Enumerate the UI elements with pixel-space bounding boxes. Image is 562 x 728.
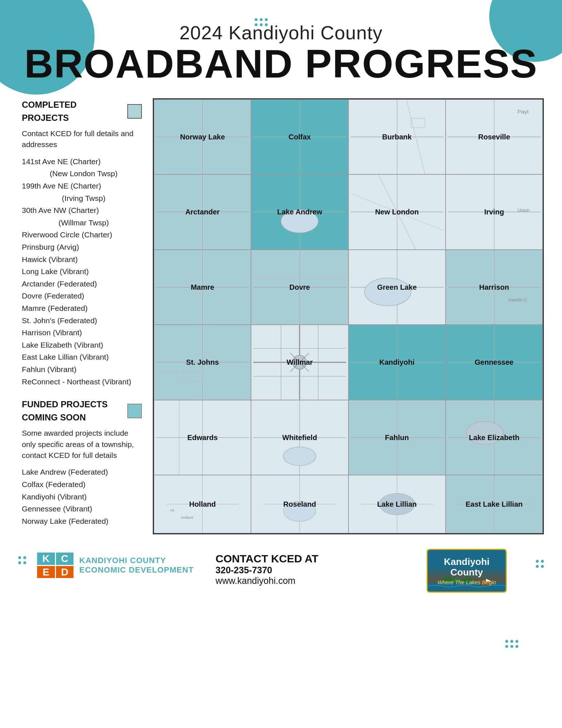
- list-item: (New London Twsp): [25, 167, 142, 180]
- funded-projects-list: Lake Andrew (Federated) Colfax (Federate…: [22, 466, 142, 527]
- contact-website: www.kandiyohi.com: [216, 575, 319, 586]
- kced-org-sub: ECONOMIC DEVELOPMENT: [79, 565, 194, 575]
- list-item: Mamre (Federated): [22, 302, 142, 314]
- kced-text: KANDIYOHI COUNTY ECONOMIC DEVELOPMENT: [79, 556, 194, 575]
- dots-contact-right: [536, 549, 544, 568]
- list-item: Gennessee (Vibrant): [22, 503, 142, 515]
- contact-info: CONTACT KCED AT 320-235-7370 www.kandiyo…: [216, 553, 319, 586]
- list-item: Fahlun (Vibrant): [22, 363, 142, 376]
- list-item: Harrison (Vibrant): [22, 327, 142, 339]
- list-item: Colfax (Federated): [22, 478, 142, 491]
- list-item: Dovre (Federated): [22, 290, 142, 302]
- county-logo-line2: County: [438, 567, 496, 578]
- county-logo-area: Kandiyohi County Where The Lakes Begin: [427, 549, 507, 593]
- list-item: East Lake Lillian (Vibrant): [22, 351, 142, 363]
- completed-legend-box: [127, 104, 142, 119]
- page-header: 2024 Kandiyohi County BROADBAND PROGRESS: [0, 0, 562, 87]
- svg-text:Holland: Holland: [181, 515, 193, 519]
- funded-projects-note: Some awarded projects include only speci…: [22, 428, 142, 461]
- kced-logo: K C E D: [37, 553, 73, 578]
- list-item: Long Lake (Vibrant): [22, 265, 142, 278]
- list-item: ReConnect - Northeast (Vibrant): [22, 376, 142, 388]
- kced-logo-area: K C E D KANDIYOHI COUNTY ECONOMIC DEVELO…: [37, 553, 194, 578]
- svg-rect-7: [411, 118, 425, 128]
- svg-point-56: [283, 447, 316, 466]
- svg-point-30: [364, 278, 411, 306]
- map-grid: Norway Lake Colfax Burbank Pay: [154, 99, 543, 533]
- list-item: Lake Elizabeth (Vibrant): [22, 339, 142, 351]
- map-cell-kandiyohi: Kandiyohi: [348, 325, 446, 400]
- completed-projects-note: Contact KCED for full details and addres…: [22, 128, 142, 150]
- list-item: (Irving Twsp): [25, 192, 142, 205]
- sidebar: COMPLETED PROJECTS Contact KCED for full…: [22, 98, 142, 534]
- map-cell-colfax: Colfax: [251, 99, 348, 174]
- list-item: Prinsburg (Arvig): [22, 241, 142, 253]
- map-cell-norway-lake: Norway Lake: [154, 99, 251, 174]
- kced-k: K: [37, 553, 55, 565]
- map-cell-fahlun: Fahlun: [348, 400, 446, 475]
- list-item: Norway Lake (Federated): [22, 515, 142, 527]
- list-item: Kandiyohi (Vibrant): [22, 491, 142, 503]
- funded-section-header: FUNDED PROJECTS COMING SOON: [22, 398, 142, 424]
- svg-text:Union: Union: [517, 208, 529, 213]
- map-cell-st-johns: St. Johns: [154, 325, 251, 400]
- list-item: 30th Ave NW (Charter): [22, 204, 142, 217]
- funded-legend-box: [127, 404, 142, 418]
- map-cell-green-lake: Green Lake: [348, 250, 446, 325]
- main-content: COMPLETED PROJECTS Contact KCED for full…: [0, 87, 562, 545]
- kced-org-name: KANDIYOHI COUNTY: [79, 556, 194, 565]
- list-item: Riverwood Circle (Charter): [22, 229, 142, 241]
- map-cell-holland: nd Holland Holland: [154, 475, 251, 533]
- map-cell-new-london: New London: [348, 174, 446, 249]
- dots-contact-left: [18, 549, 26, 564]
- county-logo-name: Kandiyohi: [438, 557, 496, 567]
- kced-d: D: [56, 566, 74, 578]
- list-item: Hawick (Vibrant): [22, 253, 142, 266]
- completed-projects-list: 141st Ave NE (Charter) (New London Twsp)…: [22, 155, 142, 388]
- map-cell-gennessee: Gennessee: [446, 325, 543, 400]
- map-cell-willmar: Willmar: [251, 325, 348, 400]
- bottom-section: K C E D KANDIYOHI COUNTY ECONOMIC DEVELO…: [0, 545, 562, 600]
- map-cell-roseville: Payt Roseville: [446, 99, 543, 174]
- dots-bottom-right: [505, 640, 518, 648]
- completed-projects-title: COMPLETED PROJECTS: [22, 98, 123, 124]
- county-logo: Kandiyohi County Where The Lakes Begin: [427, 549, 507, 593]
- contact-area: K C E D KANDIYOHI COUNTY ECONOMIC DEVELO…: [37, 549, 419, 586]
- map-cell-mamre: Mamre: [154, 250, 251, 325]
- kced-e: E: [37, 566, 55, 578]
- map-cell-edwards: Edwards: [154, 400, 251, 475]
- map-cell-harrison: Swede C Harrison: [446, 250, 543, 325]
- county-map: Norway Lake Colfax Burbank Pay: [153, 98, 544, 534]
- list-item: Arctander (Federated): [22, 278, 142, 290]
- svg-text:Payt: Payt: [517, 108, 529, 115]
- map-cell-whitefield: Whitefield: [251, 400, 348, 475]
- funded-projects-title: FUNDED PROJECTS COMING SOON: [22, 398, 123, 424]
- list-item: 199th Ave NE (Charter): [22, 180, 142, 192]
- map-cell-roseland: Roseland: [251, 475, 348, 533]
- list-item: Lake Andrew (Federated): [22, 466, 142, 478]
- page-title: BROADBAND PROGRESS: [0, 44, 562, 84]
- map-cell-lake-lillian: Lake Lillian: [348, 475, 446, 533]
- svg-rect-37: [184, 367, 203, 381]
- map-cell-arctander: Arctander: [154, 174, 251, 249]
- contact-phone: 320-235-7370: [216, 565, 319, 575]
- completed-section-header: COMPLETED PROJECTS: [22, 98, 142, 124]
- contact-title: CONTACT KCED AT: [216, 553, 319, 565]
- kced-c: C: [56, 553, 74, 565]
- list-item: (Willmar Twsp): [25, 217, 142, 229]
- county-logo-tagline: Where The Lakes Begin: [438, 579, 496, 585]
- page-subtitle: 2024 Kandiyohi County: [0, 22, 562, 44]
- map-cell-dovre: Dovre: [251, 250, 348, 325]
- svg-text:nd: nd: [170, 508, 174, 512]
- list-item: 141st Ave NE (Charter): [22, 155, 142, 168]
- map-cell-lake-andrew: Lake Andrew: [251, 174, 348, 249]
- map-cell-lake-elizabeth: Lake Elizabeth: [446, 400, 543, 475]
- map-cell-irving: Union Irving: [446, 174, 543, 249]
- svg-text:Swede C: Swede C: [508, 297, 527, 302]
- list-item: St. John's (Federated): [22, 314, 142, 327]
- map-cell-east-lake-lillian: East Lake Lillian: [446, 475, 543, 533]
- map-cell-burbank: Burbank: [348, 99, 446, 174]
